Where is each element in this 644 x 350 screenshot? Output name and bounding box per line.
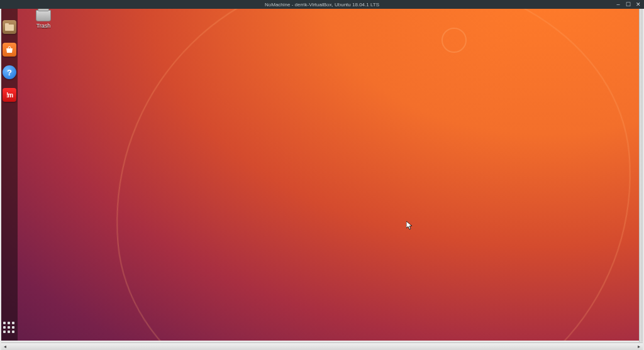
minimize-button[interactable]: – — [615, 1, 621, 8]
window-controls: – ☐ ✕ — [615, 0, 641, 9]
software-store-icon[interactable] — [3, 43, 16, 57]
chevron-right-icon: ▸ — [638, 344, 640, 349]
remote-desktop-viewport[interactable]: ? !m Trash — [1, 9, 640, 341]
ubuntu-dock: ? !m — [1, 9, 18, 341]
close-button[interactable]: ✕ — [635, 1, 641, 8]
show-applications-button[interactable] — [3, 322, 16, 334]
horizontal-scrollbar[interactable]: ◂ ▸ — [1, 342, 643, 350]
svg-rect-1 — [5, 23, 9, 26]
files-icon[interactable] — [3, 20, 16, 34]
trash-label: Trash — [36, 23, 51, 29]
maximize-button[interactable]: ☐ — [625, 1, 631, 8]
scroll-right-button[interactable]: ▸ — [635, 344, 643, 350]
chevron-left-icon: ◂ — [4, 344, 6, 349]
vertical-scrollbar[interactable] — [639, 9, 643, 342]
ubuntu-wallpaper — [1, 9, 640, 341]
trash-desktop-icon[interactable]: Trash — [30, 10, 57, 29]
scroll-left-button[interactable]: ◂ — [1, 344, 9, 350]
window-titlebar[interactable]: NoMachine - derrik-VirtualBox, Ubuntu 18… — [0, 0, 644, 9]
trash-icon — [36, 10, 51, 21]
nomachine-window: NoMachine - derrik-VirtualBox, Ubuntu 18… — [0, 0, 644, 350]
nomachine-glyph: !m — [6, 92, 13, 99]
viewport-wrap: ? !m Trash — [0, 9, 644, 342]
wallpaper-accent-icon — [441, 28, 467, 53]
help-icon[interactable]: ? — [3, 65, 16, 79]
window-title: NoMachine - derrik-VirtualBox, Ubuntu 18… — [265, 2, 379, 8]
nomachine-icon[interactable]: !m — [3, 88, 16, 102]
help-glyph: ? — [7, 68, 12, 77]
